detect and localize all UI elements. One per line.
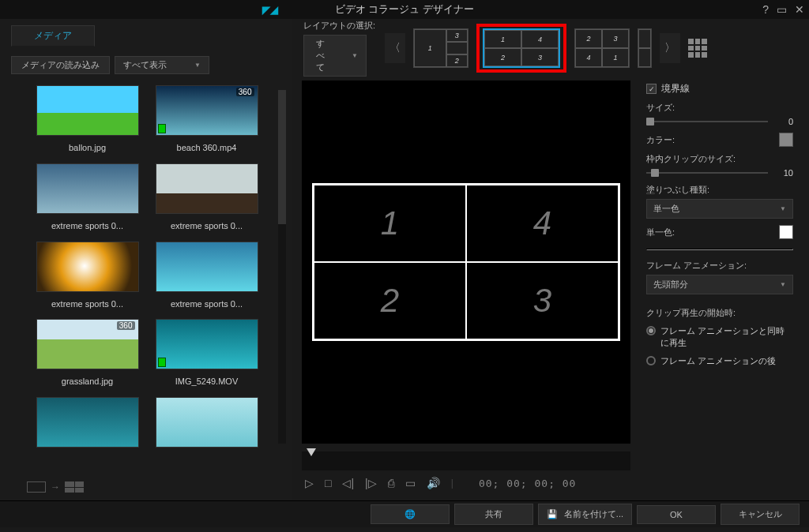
size-label: サイズ: — [646, 102, 793, 114]
media-grid: ballon.jpg 360beach 360.mp4 extreme spor… — [11, 82, 288, 461]
loop-icon[interactable]: ▭ — [405, 477, 416, 489]
globe-icon[interactable]: 🌐 — [371, 504, 450, 524]
stop-icon[interactable]: □ — [325, 477, 331, 489]
help-icon[interactable]: ? — [762, 3, 769, 16]
cancel-button[interactable]: キャンセル — [721, 504, 800, 525]
media-item[interactable]: extreme sports 0... — [149, 242, 264, 317]
step-forward-icon[interactable]: |▷ — [365, 477, 377, 489]
clip-start-radio-after-anim-label: フレーム アニメーションの後 — [660, 355, 776, 367]
collage-frame: 1 4 2 3 — [312, 183, 620, 341]
app-logo-icon: ◤◢ — [262, 4, 278, 16]
bottom-bar: 🌐 共有 💾名前を付けて... OK キャンセル — [0, 500, 809, 527]
clip-start-label: クリップ再生の開始時: — [646, 307, 793, 319]
border-color-swatch[interactable] — [779, 133, 793, 147]
save-as-button[interactable]: 💾名前を付けて... — [538, 504, 632, 525]
highlight-annotation: 14 23 — [476, 24, 566, 73]
layout-grid-icon[interactable] — [688, 39, 707, 58]
layout-next-button[interactable]: 〉 — [660, 33, 680, 63]
timecode-display: 00; 00; 00; 00 — [479, 478, 577, 489]
layout-option[interactable]: 23 41 — [574, 28, 630, 68]
layout-toggle-row: → — [27, 481, 84, 493]
playhead-icon[interactable] — [307, 448, 316, 456]
layout-select-label: レイアウトの選択: — [303, 20, 375, 32]
clip-start-radio-after-anim[interactable] — [646, 356, 656, 365]
properties-panel: ✓ 境界線 サイズ: 0 カラー: 枠内クリップのサイズ: 10 塗りつぶし種類 — [638, 76, 804, 500]
collage-cell-3[interactable]: 3 — [466, 262, 619, 339]
size-slider[interactable] — [646, 121, 768, 122]
ok-button[interactable]: OK — [637, 505, 716, 524]
share-button[interactable]: 共有 — [454, 504, 533, 525]
collage-cell-2[interactable]: 2 — [314, 262, 466, 339]
interclip-size-slider[interactable] — [646, 172, 768, 174]
media-item[interactable]: ballon.jpg — [30, 85, 145, 160]
grid-view-icon[interactable] — [65, 481, 84, 493]
border-label: 境界線 — [661, 82, 690, 96]
layout-option-partial[interactable] — [638, 28, 652, 68]
frame-animation-value: 先頭部分 — [653, 279, 688, 290]
layout-prev-button[interactable]: 〈 — [385, 33, 405, 63]
frame-animation-dropdown[interactable]: 先頭部分 — [646, 275, 793, 294]
collage-cell-4[interactable]: 4 — [466, 185, 619, 262]
save-icon: 💾 — [547, 509, 558, 519]
media-item[interactable]: extreme sports 0... — [30, 163, 145, 238]
collage-cell-1[interactable]: 1 — [314, 185, 466, 262]
video-badge-icon — [158, 124, 166, 133]
preview-canvas[interactable]: 1 4 2 3 — [302, 81, 630, 444]
frame-animation-label: フレーム アニメーション: — [646, 260, 793, 272]
fill-type-value: 単一色 — [653, 203, 679, 215]
tab-media[interactable]: メディア — [11, 25, 95, 47]
color-label: カラー: — [646, 134, 675, 146]
border-checkbox[interactable]: ✓ — [646, 84, 657, 94]
media-scrollbar[interactable] — [278, 90, 286, 444]
fill-type-dropdown[interactable]: 単一色 — [646, 199, 793, 219]
maximize-icon[interactable]: ▭ — [777, 3, 787, 16]
solid-color-swatch[interactable] — [779, 225, 793, 239]
media-item[interactable]: extreme sports 0... — [149, 163, 264, 238]
media-item[interactable] — [149, 397, 264, 458]
media-item[interactable] — [30, 397, 145, 458]
layout-category-dropdown[interactable]: すべて — [303, 35, 367, 77]
layout-option-selected[interactable]: 14 23 — [483, 28, 560, 68]
import-media-button[interactable]: メディアの読み込み — [11, 56, 110, 74]
close-icon[interactable]: ✕ — [795, 3, 804, 16]
app-title: ビデオ コラージュ デザイナー — [335, 2, 474, 17]
media-item[interactable]: IMG_5249.MOV — [149, 319, 264, 394]
media-filter-dropdown[interactable]: すべて表示 — [115, 56, 209, 74]
transport-bar: ▷ □ ◁| |▷ ⎙ ▭ 🔊 | 00; 00; 00; 00 — [302, 470, 630, 496]
step-back-icon[interactable]: ◁| — [342, 477, 354, 489]
interclip-size-label: 枠内クリップのサイズ: — [646, 153, 793, 165]
timeline-scrubber[interactable] — [302, 451, 630, 470]
arrow-right-icon: → — [51, 481, 60, 493]
layout-category-label: すべて — [312, 38, 328, 73]
media-filter-label: すべて表示 — [123, 59, 167, 71]
size-value: 0 — [774, 117, 793, 126]
layout-option[interactable]: 132 — [413, 28, 468, 68]
media-panel: メディア メディアの読み込み すべて表示 ballon.jpg 360beach… — [0, 19, 292, 500]
interclip-size-value: 10 — [774, 168, 793, 178]
titlebar: ◤◢ ビデオ コラージュ デザイナー ? ▭ ✕ — [0, 0, 809, 19]
media-item[interactable]: 360grassland.jpg — [30, 319, 145, 394]
clip-start-radio-with-anim[interactable] — [646, 326, 656, 335]
volume-icon[interactable]: 🔊 — [427, 477, 440, 489]
thumb-view-icon[interactable] — [27, 481, 46, 493]
layout-bar: レイアウトの選択: すべて 〈 132 14 23 23 41 — [297, 21, 804, 76]
play-icon[interactable]: ▷ — [305, 477, 314, 489]
solid-color-label: 単一色: — [646, 227, 675, 238]
media-item[interactable]: extreme sports 0... — [30, 242, 145, 317]
media-item[interactable]: 360beach 360.mp4 — [149, 85, 264, 160]
video-badge-icon — [158, 358, 166, 367]
fill-type-label: 塗りつぶし種類: — [646, 184, 793, 196]
clip-start-radio-with-anim-label: フレーム アニメーションと同時に再生 — [660, 325, 793, 349]
snapshot-icon[interactable]: ⎙ — [388, 477, 394, 489]
